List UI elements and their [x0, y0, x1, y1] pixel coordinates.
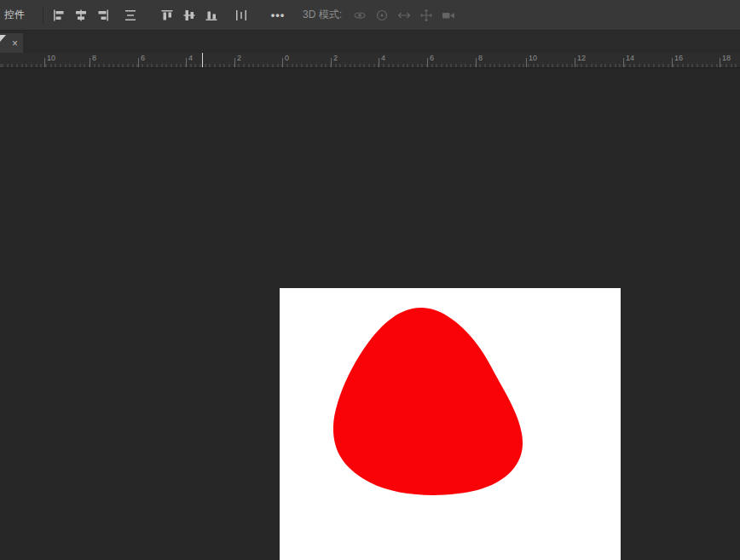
red-blob-shape[interactable]	[333, 308, 523, 495]
3d-rotate-icon	[353, 9, 367, 22]
3d-roll-button[interactable]	[371, 4, 393, 26]
3d-camera-icon	[442, 9, 455, 22]
ruler-major-tick: 14	[623, 58, 624, 67]
ruler-major-tick: 2	[331, 58, 332, 67]
ruler-major-tick: 6	[138, 58, 139, 67]
ruler-tick-label: 8	[92, 54, 96, 62]
align-vertical-center-icon	[182, 9, 196, 22]
ruler-major-tick: 10	[526, 58, 527, 67]
distribute-horizontal-centers-button[interactable]	[230, 4, 252, 26]
tab-bar: ×	[0, 31, 740, 53]
ruler-minor-ticks	[0, 64, 740, 67]
ruler-major-tick: 8	[90, 58, 90, 67]
3d-slide-button[interactable]	[415, 4, 437, 26]
ruler-tick-label: 10	[47, 54, 55, 62]
ruler-major-tick: 16	[672, 58, 673, 67]
panel-label: 控件	[4, 8, 25, 22]
align-left-button[interactable]	[48, 4, 70, 26]
tab-indicator-icon	[0, 35, 6, 42]
options-bar: 控件	[0, 0, 740, 31]
3d-slide-icon	[419, 9, 433, 22]
ruler-tick-label: 8	[478, 54, 483, 62]
ruler-major-tick: 8	[476, 58, 477, 67]
ruler-tick-label: 4	[381, 54, 385, 62]
align-right-icon	[96, 9, 110, 22]
3d-rotate-button[interactable]	[349, 4, 371, 26]
ruler-tick-label: 2	[333, 54, 338, 62]
distribute-vertical-centers-button[interactable]	[119, 4, 142, 26]
ruler-tick-label: 0	[285, 54, 289, 62]
3d-camera-button[interactable]	[437, 4, 460, 26]
3d-drag-button[interactable]	[393, 4, 415, 26]
3d-mode-label: 3D 模式:	[303, 8, 342, 22]
distribute-vertical-centers-icon	[124, 9, 137, 22]
ruler-tick-label: 16	[674, 54, 683, 62]
ruler-tick-label: 6	[430, 54, 434, 62]
ruler-major-tick: 4	[379, 58, 379, 67]
align-top-button[interactable]	[156, 4, 178, 26]
ruler-tick-label: 6	[141, 54, 145, 62]
align-left-icon	[52, 9, 66, 22]
ruler-major-tick: 2	[234, 58, 235, 67]
ruler-cursor-marker	[202, 53, 203, 67]
ruler-tick-label: 12	[577, 54, 586, 62]
align-bottom-button[interactable]	[200, 4, 223, 26]
ruler-tick-label: 18	[722, 54, 731, 62]
more-options-button[interactable]: •••	[267, 4, 289, 26]
document-canvas[interactable]	[280, 288, 621, 560]
ruler-tick-label: 10	[529, 54, 537, 62]
align-vertical-center-button[interactable]	[178, 4, 200, 26]
distribute-horizontal-centers-icon	[234, 9, 248, 22]
align-right-button[interactable]	[92, 4, 114, 26]
3d-roll-icon	[375, 9, 389, 22]
ruler-major-tick: 10	[44, 58, 45, 67]
ruler-major-tick: 12	[575, 58, 575, 67]
ruler-tick-label: 2	[237, 54, 241, 62]
ruler-major-tick: 18	[720, 58, 720, 67]
align-horizontal-center-button[interactable]	[70, 4, 92, 26]
document-artwork	[280, 288, 621, 560]
align-top-icon	[160, 9, 174, 22]
align-bottom-icon	[205, 9, 218, 22]
ruler-major-tick: 6	[427, 58, 428, 67]
ruler-tick-label: 14	[626, 54, 634, 62]
3d-drag-icon	[397, 9, 411, 22]
tab-close-icon[interactable]: ×	[12, 38, 18, 49]
document-tab[interactable]: ×	[0, 33, 23, 53]
ruler-tick-label: 4	[188, 54, 193, 62]
horizontal-ruler[interactable]: 108642024681012141618	[0, 53, 740, 68]
canvas-area[interactable]	[0, 68, 740, 560]
ruler-major-tick: 4	[186, 58, 187, 67]
align-horizontal-center-icon	[74, 9, 88, 22]
ruler-major-tick: 0	[282, 58, 283, 67]
toolbar-separator	[43, 7, 43, 24]
